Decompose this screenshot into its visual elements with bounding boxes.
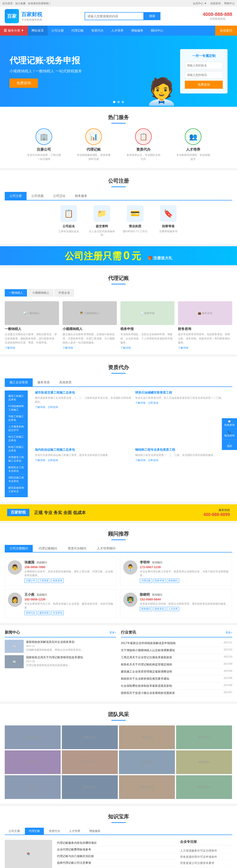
nav-menu: ☰ 服务分类 ▼ 网站首页 公司注册 代理记账 资质代办 人才培养 增值服务 顾…	[0, 26, 215, 36]
qual-left-item-5[interactable]: 电力工程施工总承包	[7, 434, 25, 444]
news-item-title-1[interactable]: 最新税收政策解读及应对企业税务筹划	[26, 640, 83, 644]
qual-card-link-detail-1[interactable]: 了解详情	[35, 405, 45, 409]
online-consult-link[interactable]: 在线咨询	[210, 2, 221, 5]
qual-left-item-8[interactable]: 建筑防水工程专业承包	[7, 464, 25, 474]
company-reg-tab-1[interactable]: 公司注册	[5, 192, 27, 200]
main-nav: ☰ 服务分类 ▼ 网站首页 公司注册 代理记账 资质代办 人才培养 增值服务 顾…	[0, 26, 237, 36]
banner-form-submit-button[interactable]: 免费咨询	[185, 81, 223, 89]
knowledge-tab-2[interactable]: 代理记账	[25, 828, 44, 835]
industry-item-title-6[interactable]: 财政部关于企业财务报告规范要求通知	[121, 677, 222, 681]
nav-item-advisor[interactable]: 顾问中心	[147, 26, 167, 36]
qual-card-links-4: 了解详情 立即咨询	[135, 459, 232, 462]
knowledge-tab-5[interactable]: 增值服务	[85, 828, 104, 835]
qual-left-item-9[interactable]: 消防设施工程专业承包	[7, 474, 25, 485]
news-item-title-2[interactable]: 国家税务总局关于代理记账资格审批改革通知	[26, 655, 83, 659]
nav-item-qualification[interactable]: 资质代办	[88, 26, 107, 36]
nav-item-agent[interactable]: 代理记账	[68, 26, 88, 36]
set-homepage[interactable]: 设为首页	[2, 2, 13, 5]
industry-item-title-2[interactable]: 关于增值税小规模纳税人认定标准调整通知	[121, 648, 222, 652]
nav-item-company-reg[interactable]: 公司注册	[48, 26, 68, 36]
advisor-tab-1[interactable]: 公司注册顾问	[5, 545, 33, 552]
company-step-4[interactable]: 🔖 刻章等项 完整章程服务等	[154, 205, 182, 237]
industry-item-title-8[interactable]: 国务院关于促进小微企业发展税收优惠政策	[121, 691, 222, 695]
hot-service-2[interactable]: 📊 代理记账 专业财税服务团队，保质保量按时完成	[76, 128, 111, 161]
hot-service-3[interactable]: 📋 资质代办 各类资质认证，专业团队全程代办	[126, 128, 161, 161]
qual-card-link-consult-3[interactable]: 立即咨询	[48, 459, 58, 462]
agent-tab-2[interactable]: 小规模纳税人	[28, 289, 53, 297]
search-input[interactable]	[84, 12, 144, 20]
qual-tab-1[interactable]: 施工企业资质	[5, 378, 33, 386]
qual-left-item-7[interactable]: 房屋建筑工程施工总承包	[7, 454, 25, 464]
industry-item-title-3[interactable]: 工商总局关于企业登记注册改革最新政策	[121, 655, 222, 659]
nav-item-home[interactable]: 网站首页	[28, 26, 48, 36]
agent-card-more-3[interactable]: 了解详情	[121, 346, 131, 350]
knowledge-main-title-3[interactable]: 代理记账与自己做账区别比较	[57, 854, 94, 858]
qual-card-link-consult-1[interactable]: 立即咨询	[48, 405, 58, 409]
qual-left-item-2[interactable]: FCB阻燃材料工程施工	[7, 403, 25, 413]
qual-left-item-10[interactable]: 建筑装修装饰工程专业	[7, 485, 25, 495]
knowledge-right-item-2[interactable]: 劳务派遣经营许可证申请条件	[180, 854, 232, 860]
float-item-phone[interactable]: 📞电话咨询	[222, 429, 237, 440]
agent-card-more-1[interactable]: 了解详情	[5, 346, 15, 350]
qual-tab-3[interactable]: 其他资质	[55, 378, 76, 386]
qual-card-link-detail-3[interactable]: 了解详情	[35, 459, 45, 462]
qual-card-link-detail-4[interactable]: 了解详情	[135, 459, 145, 462]
knowledge-tab-3[interactable]: 资质代办	[45, 828, 64, 835]
help-center-link[interactable]: 帮助中心	[224, 2, 235, 5]
agent-tab-3[interactable]: 外资企业	[55, 289, 74, 297]
company-step-2[interactable]: 📁 提交资料 法人及法定代表准备材料	[88, 205, 116, 237]
knowledge-right-item-4[interactable]: 人才中介服务机构设立条件	[180, 866, 232, 868]
knowledge-right: 企业专注报 人力资源服务许可证办理条件 劳务派遣经营许可证申请条件 劳务派遣公司…	[180, 840, 232, 868]
industry-item-title-1[interactable]: 2017年最新企业所得税政策解读及申报指南	[121, 641, 222, 645]
knowledge-right-item-1[interactable]: 人力资源服务许可证办理条件	[180, 848, 232, 854]
add-bookmark[interactable]: 加入收藏	[15, 2, 26, 5]
agent-tab-1[interactable]: 一般纳税人	[5, 289, 27, 297]
knowledge-tab-1[interactable]: 公司主册	[5, 828, 24, 835]
member-center-link[interactable]: 会员中心 ▼	[193, 2, 207, 5]
banner-form-phone-input[interactable]	[185, 71, 223, 79]
company-reg-tab-4[interactable]: 税务服务	[70, 192, 92, 200]
qual-card-link-detail-2[interactable]: 了解详情	[135, 401, 145, 405]
company-reg-tab-3[interactable]: 公司迁址	[48, 192, 70, 200]
qual-left-item-6[interactable]: 机电工程施工总承包	[7, 444, 25, 454]
knowledge-main-title-4[interactable]: 选择代理记账公司注意事项	[57, 861, 91, 865]
advisor-tab-2[interactable]: 代理记账顾问	[34, 545, 62, 552]
nav-item-value-added[interactable]: 增值服务	[127, 26, 147, 36]
nav-item-talent[interactable]: 人才培养	[107, 26, 127, 36]
knowledge-main-title-1[interactable]: 代理记账服务内容包含哪些项目	[57, 841, 97, 845]
knowledge-right-item-3[interactable]: 劳务派遣公司注册资本要求	[180, 860, 232, 866]
industry-item-title-7[interactable]: 社会保险费征收体制改革最新进展及影响	[121, 684, 222, 688]
advisor-tab-4[interactable]: 人才培养顾问	[92, 545, 120, 552]
banner-cta-button[interactable]: 免费咨询	[9, 79, 38, 88]
company-step-1[interactable]: 📋 公司起名 工商专业团队起名	[55, 205, 83, 237]
qual-card-link-consult-4[interactable]: 立即咨询	[148, 459, 158, 462]
qual-left-item-1[interactable]: 建筑工程施工总承包	[7, 393, 25, 403]
news-more-link[interactable]: 更多>	[109, 631, 116, 634]
industry-item-title-5[interactable]: 建筑施工企业资质管理规定最新调整说明	[121, 670, 222, 674]
industry-news-more[interactable]: 更多>	[226, 631, 232, 634]
qual-left-item-4[interactable]: 人才服务机构设立许可	[7, 424, 25, 434]
qual-card-link-consult-2[interactable]: 立即咨询	[148, 401, 158, 405]
search-button[interactable]: 搜索	[144, 12, 161, 20]
hot-service-1[interactable]: 🏢 注册公司 专业代办营业执照，工商注册一站式服务	[26, 128, 62, 161]
company-step-3[interactable]: 💳 营业执照 预约时间5-7个工作日	[121, 205, 149, 237]
hot-service-name-4: 人才培养	[175, 147, 211, 152]
qual-tab-2[interactable]: 服务资质	[33, 378, 55, 386]
qual-left-item-3[interactable]: 市政工程施工总承包	[7, 413, 25, 424]
knowledge-tab-4[interactable]: 人才培养	[65, 828, 84, 835]
hot-service-4[interactable]: 👥 人才培养 专业财税培训课程，职业技能提升	[175, 128, 211, 161]
float-item-top[interactable]: ↑顶部	[222, 440, 237, 450]
agent-card-more-2[interactable]: 了解详情	[63, 346, 73, 350]
nav-home[interactable]: ☰ 服务分类 ▼	[0, 26, 28, 36]
industry-item-title-4[interactable]: 税务机关关于代理记账机构监管规定细则	[121, 662, 222, 666]
banner-dot-2[interactable]	[117, 101, 120, 103]
banner-form-name-input[interactable]	[185, 62, 223, 69]
nav-cta[interactable]: 在线委托	[215, 26, 237, 36]
company-reg-tab-2[interactable]: 公司优惠	[27, 192, 48, 200]
agent-card-more-4[interactable]: 了解详情	[178, 346, 189, 350]
advisor-tab-3[interactable]: 资质代办顾问	[63, 545, 91, 552]
knowledge-main-title-2[interactable]: 企业代理记账费用标准参考	[57, 847, 91, 851]
banner-dot-3[interactable]	[122, 101, 124, 103]
float-item-consult[interactable]: 💬在线咨询	[222, 418, 237, 429]
banner-dot-1[interactable]	[113, 101, 115, 103]
